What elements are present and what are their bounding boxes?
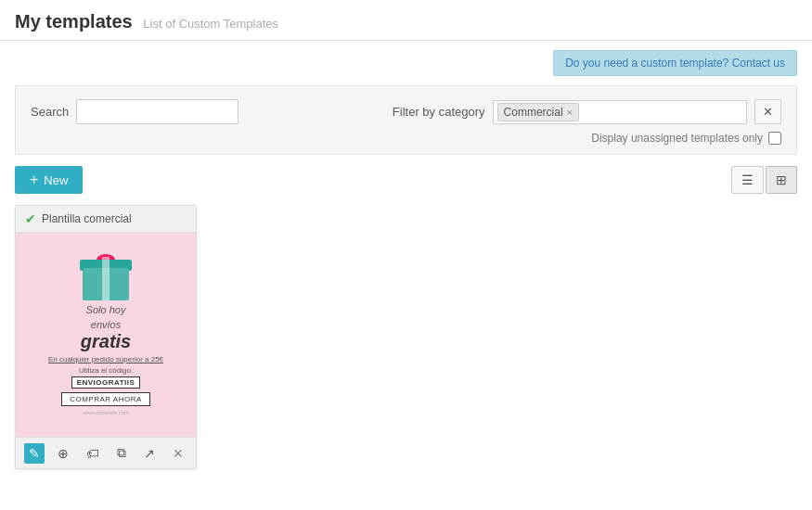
preview-cta-button: COMPRAR AHORA — [61, 392, 150, 406]
preview-text-gratis: gratis — [81, 331, 131, 351]
copy-button[interactable]: ⧉ — [112, 442, 131, 464]
tag-button[interactable]: 🏷 — [82, 443, 104, 464]
status-active-icon: ✔ — [25, 211, 36, 226]
preview-footer-text: www.mitienda.com — [83, 410, 129, 415]
preview-text-envios: envíos — [91, 319, 121, 331]
filter-category-label: Filter by category — [393, 105, 485, 119]
unassigned-checkbox[interactable] — [768, 132, 781, 145]
template-card-header: ✔ Plantilla comercial — [16, 206, 196, 233]
templates-area: ✔ Plantilla comercial Solo hoy envíos gr… — [0, 205, 812, 469]
category-tag: Commercial × — [497, 103, 579, 121]
page-title: My templates — [15, 11, 133, 32]
edit-button[interactable]: ✎ — [24, 443, 45, 464]
template-preview: Solo hoy envíos gratis En cualquier pedi… — [16, 233, 196, 437]
filter-bar: Search Filter by category Commercial × ✕… — [15, 85, 797, 155]
share-button[interactable]: ↗ — [139, 443, 160, 464]
preview-text-small1: En cualquier pedido superior a 25€ — [48, 355, 163, 363]
page-subtitle: List of Custom Templates — [143, 17, 278, 31]
template-card-footer: ✎ ⊕ 🏷 ⧉ ↗ ✕ — [16, 437, 196, 468]
list-view-button[interactable]: ☰ — [731, 166, 764, 194]
new-button[interactable]: + New — [15, 166, 83, 194]
grid-view-button[interactable]: ⊞ — [766, 166, 797, 194]
preview-content: Solo hoy envíos gratis En cualquier pedi… — [16, 233, 196, 437]
contact-button[interactable]: Do you need a custom template? Contact u… — [553, 50, 797, 76]
toolbar-row: + New ☰ ⊞ — [0, 155, 812, 205]
page-header: My templates List of Custom Templates — [0, 0, 812, 41]
search-label: Search — [31, 105, 69, 119]
preview-code-badge: ENVIOGRATIIS — [71, 376, 141, 389]
filter-category-group: Filter by category Commercial × ✕ — [393, 99, 781, 124]
filter-row: Search Filter by category Commercial × ✕ — [31, 99, 781, 124]
category-tag-text: Commercial — [504, 106, 563, 119]
category-input-wrap: Commercial × — [493, 100, 747, 124]
new-button-plus-icon: + — [30, 172, 38, 187]
preview-text-solo: Solo hoy — [86, 304, 126, 316]
template-card: ✔ Plantilla comercial Solo hoy envíos gr… — [15, 205, 197, 469]
category-tag-close-icon[interactable]: × — [567, 107, 573, 118]
view-toggles: ☰ ⊞ — [731, 166, 797, 194]
category-text-input[interactable] — [579, 103, 742, 121]
contact-bar: Do you need a custom template? Contact u… — [0, 41, 812, 85]
search-group: Search — [31, 99, 238, 124]
gift-illustration — [78, 254, 134, 300]
search-input[interactable] — [76, 99, 238, 124]
unassigned-label: Display unassigned templates only — [591, 132, 763, 145]
clear-category-button[interactable]: ✕ — [754, 99, 781, 124]
delete-button[interactable]: ✕ — [168, 443, 188, 464]
unassigned-row: Display unassigned templates only — [31, 132, 781, 145]
gift-ribbon-v — [102, 257, 110, 300]
new-button-label: New — [44, 173, 68, 187]
template-name: Plantilla comercial — [42, 212, 132, 225]
preview-text-code-label: Utiliza el código: — [79, 366, 133, 375]
zoom-button[interactable]: ⊕ — [53, 443, 73, 464]
